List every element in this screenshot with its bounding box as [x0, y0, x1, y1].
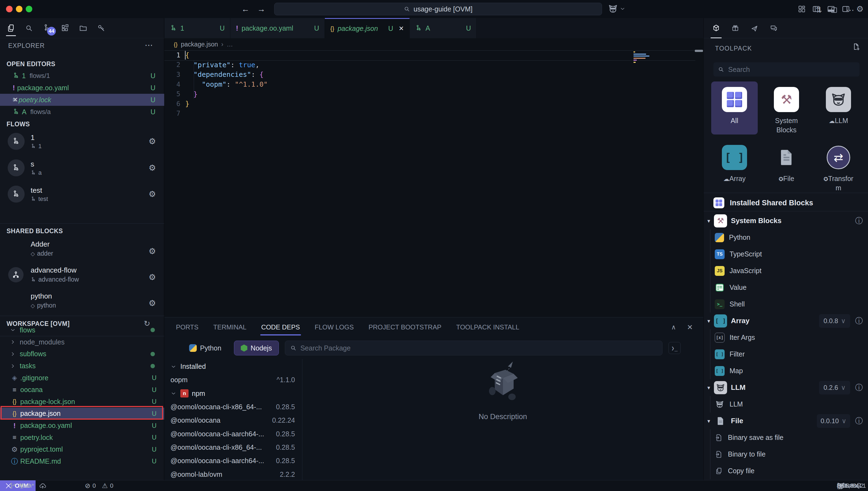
panel-tab-code-deps[interactable]: CODE DEPS: [261, 317, 300, 337]
assistant-menu[interactable]: [608, 4, 626, 14]
runtime-nodejs-button[interactable]: Nodejs: [234, 341, 279, 355]
flow-card-s[interactable]: s a ⚙: [0, 160, 164, 178]
zoom-window-button[interactable]: [26, 6, 32, 12]
toolpack-category-transform[interactable]: ⇄ ✪Transform: [815, 139, 862, 193]
package-row[interactable]: @oomol/oocana-cli-aarch64-...0.28.5: [164, 454, 302, 467]
package-group-npm[interactable]: n npm: [164, 387, 302, 400]
tree-item-oocana[interactable]: ≡ oocana U: [0, 384, 164, 396]
tab-chat[interactable]: [767, 18, 780, 38]
block-item-iter-args[interactable]: [x] Iter Args: [710, 329, 868, 346]
minimap[interactable]: [633, 51, 650, 64]
block-item-binary-save-as-file[interactable]: Binary save as file: [710, 429, 868, 446]
flow-card-test[interactable]: test test ⚙: [0, 185, 164, 205]
minimize-window-button[interactable]: [16, 6, 22, 12]
split-editor-icon[interactable]: [830, 6, 838, 14]
open-editor-package.oo.yaml[interactable]: ✕ ! package.oo.yaml U: [0, 82, 164, 94]
block-group-llm[interactable]: ▾ LLM 0.2.6∨ ⓘ: [704, 379, 868, 396]
block-item-python[interactable]: Python: [710, 229, 868, 246]
package-row[interactable]: @oomol/oocana-cli-x86_64-...0.28.5: [164, 441, 302, 454]
package-row[interactable]: oopm^1.1.0: [164, 373, 302, 386]
shared-blocks-header[interactable]: SHARED BLOCKS: [0, 226, 164, 236]
gear-icon[interactable]: ⚙: [148, 247, 156, 255]
breadcrumb[interactable]: {} package.json › …: [164, 38, 703, 50]
open-editor-1[interactable]: ✕ 1 flows/1 U: [0, 70, 164, 82]
panel-tab-terminal[interactable]: TERMINAL: [213, 317, 246, 337]
close-panel-icon[interactable]: ✕: [687, 324, 693, 331]
info-icon[interactable]: ⓘ: [855, 384, 863, 392]
tree-item-pyproject.toml[interactable]: ⚙ pyproject.toml U: [0, 443, 164, 456]
tree-item-package.json[interactable]: {} package.json U: [0, 408, 164, 420]
editor-tab-A[interactable]: A U: [410, 18, 477, 38]
activity-key-icon[interactable]: [95, 20, 107, 36]
block-item-value[interactable]: Value: [710, 279, 868, 296]
block-item-filter[interactable]: [ ] Filter: [710, 346, 868, 363]
panel-tab-project-bootstrap[interactable]: PROJECT BOOTSTRAP: [369, 317, 441, 337]
maximize-panel-icon[interactable]: ∧: [671, 324, 676, 330]
toolpack-category-array[interactable]: [ ] ☁Array: [711, 139, 758, 183]
block-item-typescript[interactable]: TS TypeScript: [710, 246, 868, 262]
editor-tab-1[interactable]: 1 U: [164, 18, 230, 38]
tree-item-.gitignore[interactable]: ◈ .gitignore U: [0, 372, 164, 384]
flow-card-1[interactable]: 1 1 ⚙: [0, 133, 164, 152]
tree-item-package-lock.json[interactable]: {} package-lock.json U: [0, 396, 164, 408]
toolpack-category-llm[interactable]: ☁LLM: [815, 82, 862, 125]
tab-toolpack-cube[interactable]: [710, 18, 722, 38]
activity-blocks-icon[interactable]: [59, 20, 71, 36]
toolpack-category-file[interactable]: ✪File: [763, 139, 810, 183]
shared-block-Adder[interactable]: Adder ◇adder ⚙: [0, 240, 164, 263]
package-search-input[interactable]: Search Package: [285, 341, 662, 355]
gear-icon[interactable]: ⚙: [148, 273, 156, 281]
tree-item-poetry.lock[interactable]: ≡ poetry.lock U: [0, 431, 164, 443]
toolpack-category-all[interactable]: All: [711, 82, 758, 135]
block-item-binary-to-file[interactable]: Binary to file: [710, 446, 868, 463]
open-editors-header[interactable]: OPEN EDITORS: [0, 59, 164, 69]
layout-grid-icon[interactable]: [798, 5, 806, 13]
flows-header[interactable]: FLOWS: [0, 119, 164, 129]
command-center-search[interactable]: usage-guide [OVM]: [274, 3, 602, 15]
toolpack-search-input[interactable]: Search: [713, 62, 860, 77]
info-icon[interactable]: ⓘ: [855, 317, 863, 325]
ports-status[interactable]: 0: [18, 474, 182, 491]
open-editor-A[interactable]: ✕ A flows/a U: [0, 106, 164, 118]
tree-item-flows[interactable]: flows: [0, 324, 164, 336]
gear-icon[interactable]: ⚙: [148, 190, 156, 198]
block-group-file[interactable]: ▾ File 0.0.10∨ ⓘ: [704, 412, 868, 429]
new-toolpack-icon[interactable]: [852, 42, 860, 51]
back-button[interactable]: ←: [241, 0, 249, 18]
status--json[interactable]: {} JSON: [837, 474, 868, 491]
block-item-javascript[interactable]: JS JavaScript: [710, 262, 868, 279]
close-icon[interactable]: ✕: [399, 25, 404, 32]
gear-icon[interactable]: ⚙: [148, 299, 156, 307]
explorer-more-actions[interactable]: ⋯: [145, 41, 154, 49]
gear-icon[interactable]: ⚙: [148, 164, 156, 172]
console-button[interactable]: ❯_: [669, 342, 681, 354]
open-editor-poetry.lock[interactable]: ✕ ≡ poetry.lock U: [0, 94, 164, 106]
package-group-Installed[interactable]: Installed: [164, 360, 302, 373]
activity-folder-icon[interactable]: [77, 20, 89, 36]
editor-tab-package.oo.yaml[interactable]: ! package.oo.yaml U: [230, 18, 325, 38]
block-item-llm[interactable]: LLM: [710, 396, 868, 412]
activity-flows-icon[interactable]: 44: [41, 20, 53, 36]
tree-item-tasks[interactable]: tasks: [0, 360, 164, 372]
version-select[interactable]: 0.0.8∨: [819, 314, 850, 328]
shared-block-python[interactable]: python ◇python ⚙: [0, 292, 164, 315]
block-group-array[interactable]: ▾ [ ] Array 0.0.8∨ ⓘ: [704, 313, 868, 329]
tree-item-node_modules[interactable]: node_modules: [0, 336, 164, 348]
close-icon[interactable]: ✕: [0, 96, 12, 103]
activity-files-explorer-icon[interactable]: [5, 20, 17, 36]
panel-tab-toolpack-install[interactable]: TOOLPACK INSTALL: [456, 317, 519, 337]
close-window-button[interactable]: [6, 6, 12, 12]
settings-gear-icon[interactable]: ⚙: [856, 5, 864, 13]
tree-item-package.oo.yaml[interactable]: ! package.oo.yaml U: [0, 420, 164, 432]
tree-item-README.md[interactable]: ⓘ README.md U: [0, 456, 164, 467]
editor-more-actions[interactable]: ⋯: [846, 6, 854, 14]
minimap-slider[interactable]: [695, 50, 703, 52]
panel-tab-ports[interactable]: PORTS: [176, 317, 198, 337]
block-item-map[interactable]: [ ] Map: [710, 363, 868, 379]
toolpack-category-system-blocks[interactable]: ⚒ SystemBlocks: [763, 82, 810, 135]
block-group-system-blocks[interactable]: ▾ ⚒ System Blocks ⓘ: [704, 212, 868, 229]
version-select[interactable]: 0.0.10∨: [817, 414, 850, 428]
forward-button[interactable]: →: [257, 0, 266, 18]
block-item-shell[interactable]: >_ Shell: [710, 296, 868, 313]
activity-search-icon[interactable]: [23, 20, 35, 36]
